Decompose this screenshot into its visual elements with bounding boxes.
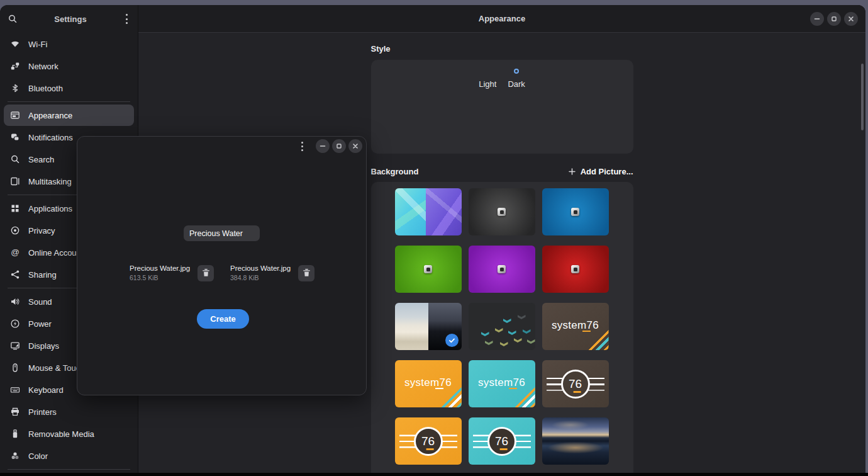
wallpaper-chevrons-dark[interactable] <box>469 303 535 350</box>
main-titlebar: Appearance <box>138 5 865 33</box>
style-card: Light Dark <box>371 60 633 154</box>
add-picture-label: Add Picture... <box>581 167 633 176</box>
sidebar-item-network[interactable]: Network <box>4 55 134 77</box>
sidebar-title: Settings <box>18 14 123 24</box>
sidebar-item-label: Privacy <box>28 226 55 235</box>
titlebar: Settings Appearance <box>0 5 865 33</box>
plus-icon <box>568 167 576 176</box>
search-icon[interactable] <box>8 14 18 24</box>
file-name: Precious Water.jpg <box>130 264 192 272</box>
light-option-label: Light <box>479 79 496 89</box>
wallpaper-purple-emblem[interactable] <box>469 246 535 293</box>
style-section-title: Style <box>371 44 633 54</box>
file-name: Precious Water.jpg <box>230 264 293 272</box>
sidebar-item-label: Network <box>28 62 58 71</box>
bluetooth-icon <box>10 83 20 93</box>
svg-text:@: @ <box>11 247 19 257</box>
sidebar-item-appearance[interactable]: Appearance <box>4 105 134 126</box>
background-section-title: Background <box>371 167 419 176</box>
distro-emblem <box>424 265 432 273</box>
close-button[interactable] <box>844 12 858 26</box>
wallpaper-mountain-lake[interactable] <box>542 417 609 465</box>
window-controls <box>810 12 858 26</box>
brand-roundel: 76 <box>414 427 443 456</box>
scrollbar-thumb[interactable] <box>861 64 864 130</box>
wallpaper-system76-roundel-orange[interactable]: 76 <box>395 417 462 465</box>
brand-roundel: 76 <box>561 370 590 399</box>
sidebar-item-label: Notifications <box>28 133 73 142</box>
wallpaper-green-emblem[interactable] <box>395 246 462 293</box>
sidebar-item-printers[interactable]: Printers <box>4 401 134 422</box>
menu-kebab-icon[interactable] <box>123 12 130 26</box>
sidebar-item-label: Displays <box>28 341 59 351</box>
dialog-menu-kebab-icon[interactable] <box>299 139 306 154</box>
appearance-icon <box>10 110 20 120</box>
distro-emblem <box>498 265 506 273</box>
desktop-edge <box>0 473 868 476</box>
mouse-icon <box>10 363 20 373</box>
brand-wordmark: system76 <box>542 319 609 332</box>
dialog-minimize-button[interactable] <box>316 139 330 153</box>
wallpaper-red-emblem[interactable] <box>542 246 609 293</box>
wallpaper-charcoal-emblem[interactable] <box>469 188 535 235</box>
wallpaper-system76-wordmark-orange[interactable]: system76 <box>395 360 462 407</box>
wallpaper-grid: system76system76system76767676 <box>395 188 609 473</box>
keyboard-icon <box>10 385 20 395</box>
sidebar-item-label: Keyboard <box>28 385 64 395</box>
sidebar-titlebar: Settings <box>0 5 138 33</box>
displays-icon <box>10 341 20 351</box>
sidebar-divider <box>8 469 130 470</box>
file-entries: Precious Water.jpg613.5 KiBPrecious Wate… <box>130 264 314 281</box>
page-title: Appearance <box>138 14 865 23</box>
wallpaper-system76-roundel-brown[interactable]: 76 <box>542 360 609 407</box>
privacy-icon <box>10 225 20 235</box>
add-picture-button[interactable]: Add Picture... <box>568 167 633 176</box>
brand-wordmark: system76 <box>469 377 535 389</box>
wallpaper-geometric-teal-purple[interactable] <box>395 188 462 235</box>
sidebar-item-label: Bluetooth <box>28 84 63 93</box>
wifi-icon <box>10 39 20 49</box>
maximize-button[interactable] <box>827 12 841 26</box>
wallpaper-create-dialog: Precious Water.jpg613.5 KiBPrecious Wate… <box>77 136 367 395</box>
style-option-light[interactable]: Light <box>479 69 496 154</box>
sidebar-item-label: Appearance <box>28 111 72 120</box>
sidebar-item-color[interactable]: Color <box>4 445 134 467</box>
sidebar-item-label: Multitasking <box>28 177 72 186</box>
dialog-maximize-button[interactable] <box>332 139 346 153</box>
printers-icon <box>10 407 20 417</box>
sidebar-item-bluetooth[interactable]: Bluetooth <box>4 77 134 99</box>
dialog-window-controls <box>299 139 362 154</box>
sidebar-item-removable-media[interactable]: Removable Media <box>4 423 134 445</box>
power-icon <box>10 319 20 329</box>
wallpaper-system76-roundel-teal[interactable]: 76 <box>469 417 535 465</box>
distro-emblem <box>571 208 579 216</box>
dialog-close-button[interactable] <box>348 139 362 153</box>
brand-roundel: 76 <box>487 427 516 456</box>
sidebar-item-label: Applications <box>28 204 72 213</box>
brand-wordmark: system76 <box>395 377 462 389</box>
minimize-button[interactable] <box>810 12 824 26</box>
removable-media-icon <box>10 429 20 439</box>
wallpaper-blue-emblem[interactable] <box>542 188 609 235</box>
file-size: 384.8 KiB <box>230 274 293 281</box>
style-option-dark[interactable]: Dark <box>508 69 525 154</box>
wallpaper-system76-wordmark-brown[interactable]: system76 <box>542 303 609 350</box>
delete-file-button[interactable] <box>298 265 314 281</box>
sidebar-item-label: Color <box>28 451 48 461</box>
create-button[interactable]: Create <box>197 309 249 329</box>
wallpaper-name-input[interactable] <box>184 225 260 241</box>
sidebar-item-label: Sharing <box>28 270 57 280</box>
trash-icon <box>302 268 311 278</box>
wallpaper-desert-day-night[interactable] <box>395 303 462 350</box>
sidebar-item-label: Power <box>28 319 52 329</box>
wallpaper-system76-wordmark-teal[interactable]: system76 <box>469 360 535 407</box>
sidebar-item-wi-fi[interactable]: Wi-Fi <box>4 33 134 55</box>
applications-icon <box>10 203 20 213</box>
file-entry: Precious Water.jpg613.5 KiB <box>130 264 214 281</box>
selected-check-badge <box>445 334 459 347</box>
color-icon <box>10 451 20 461</box>
multitasking-icon <box>10 176 20 186</box>
sidebar-item-label: Removable Media <box>28 429 94 439</box>
sidebar-item-label: Sound <box>28 297 52 307</box>
delete-file-button[interactable] <box>198 265 214 281</box>
